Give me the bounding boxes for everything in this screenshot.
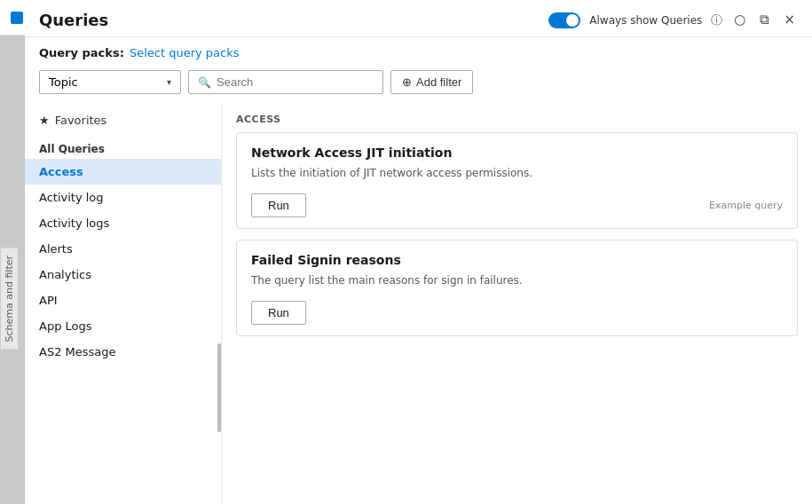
add-filter-label: Add filter: [416, 75, 461, 89]
search-icon: 🔍: [198, 76, 211, 89]
sidebar-item-activity-logs[interactable]: Activity logs: [25, 210, 221, 236]
query-card-title-2: Failed Signin reasons: [251, 253, 783, 267]
query-card-desc-1: Lists the initiation of JIT network acce…: [251, 165, 783, 181]
topic-label: Topic: [49, 75, 78, 89]
sidebar-favorites-item[interactable]: ★ Favorites: [25, 106, 221, 134]
sidebar-item-app-logs[interactable]: App Logs: [25, 313, 221, 339]
main-content: ACCESS Network Access JIT initiation Lis…: [222, 103, 812, 504]
sidebar-item-as2-message[interactable]: AS2 Message: [25, 339, 221, 365]
header-controls: Always show Queries ⓘ ○ ⧉ ×: [548, 11, 798, 29]
query-card-desc-2: The query list the main reasons for sign…: [251, 272, 783, 288]
sidebar-item-label: Alerts: [39, 242, 73, 256]
example-label-1: Example query: [709, 200, 783, 211]
always-show-label: Always show Queries: [589, 14, 702, 27]
modal-header: Queries Always show Queries ⓘ ○ ⧉ ×: [25, 0, 812, 37]
section-header-access: ACCESS: [222, 103, 812, 132]
query-card-footer-2: Run: [251, 301, 783, 325]
filter-row: Topic ▾ 🔍 ⊕ Add filter: [25, 65, 812, 103]
toggle-track: [548, 12, 580, 28]
sidebar-item-analytics[interactable]: Analytics: [25, 262, 221, 287]
sidebar-item-api[interactable]: API: [25, 287, 221, 313]
filter-icon: ⊕: [402, 75, 412, 89]
search-input[interactable]: [217, 75, 374, 89]
sidebar-item-label: Analytics: [39, 268, 91, 281]
select-query-packs-link[interactable]: Select query packs: [130, 46, 240, 59]
query-card-footer-1: Run Example query: [251, 193, 783, 217]
sidebar-item-label: API: [39, 294, 58, 307]
tab-icon: [11, 12, 23, 24]
add-filter-button[interactable]: ⊕ Add filter: [390, 70, 473, 94]
query-card-1: Network Access JIT initiation Lists the …: [236, 132, 798, 229]
toggle-thumb: [566, 14, 579, 27]
sidebar-item-access[interactable]: Access: [25, 159, 221, 185]
queries-modal: Queries Always show Queries ⓘ ○ ⧉ × Quer…: [25, 0, 812, 504]
content-area: ★ Favorites All Queries Access Activity …: [25, 103, 812, 504]
star-icon: ★: [39, 114, 50, 127]
all-queries-label: All Queries: [25, 134, 221, 159]
link-icon-button[interactable]: ○: [731, 11, 748, 29]
search-box[interactable]: 🔍: [188, 70, 383, 94]
query-packs-label: Query packs:: [39, 46, 124, 59]
info-icon[interactable]: ⓘ: [711, 12, 722, 28]
always-show-toggle[interactable]: [548, 12, 580, 28]
chevron-down-icon: ▾: [167, 77, 171, 87]
query-packs-row: Query packs: Select query packs: [25, 37, 812, 65]
sidebar: ★ Favorites All Queries Access Activity …: [25, 103, 222, 504]
sidebar-item-label: Access: [39, 165, 83, 178]
sidebar-scrollbar[interactable]: [217, 343, 221, 432]
topic-dropdown[interactable]: Topic ▾: [39, 70, 181, 94]
query-card-2: Failed Signin reasons The query list the…: [236, 240, 798, 336]
sidebar-item-alerts[interactable]: Alerts: [25, 236, 221, 262]
sidebar-item-label: Activity logs: [39, 217, 109, 230]
query-card-title-1: Network Access JIT initiation: [251, 146, 783, 160]
copy-icon-button[interactable]: ⧉: [757, 11, 772, 29]
sidebar-item-label: App Logs: [39, 319, 92, 333]
run-button-1[interactable]: Run: [251, 193, 306, 217]
sidebar-item-label: Activity log: [39, 191, 104, 204]
sidebar-item-activity-log[interactable]: Activity log: [25, 185, 221, 210]
modal-title: Queries: [39, 11, 548, 29]
close-modal-button[interactable]: ×: [781, 11, 798, 29]
sidebar-item-label: AS2 Message: [39, 345, 116, 358]
schema-filter-label: Schema and filter: [0, 248, 18, 350]
run-button-2[interactable]: Run: [251, 301, 306, 325]
favorites-label: Favorites: [55, 114, 107, 127]
